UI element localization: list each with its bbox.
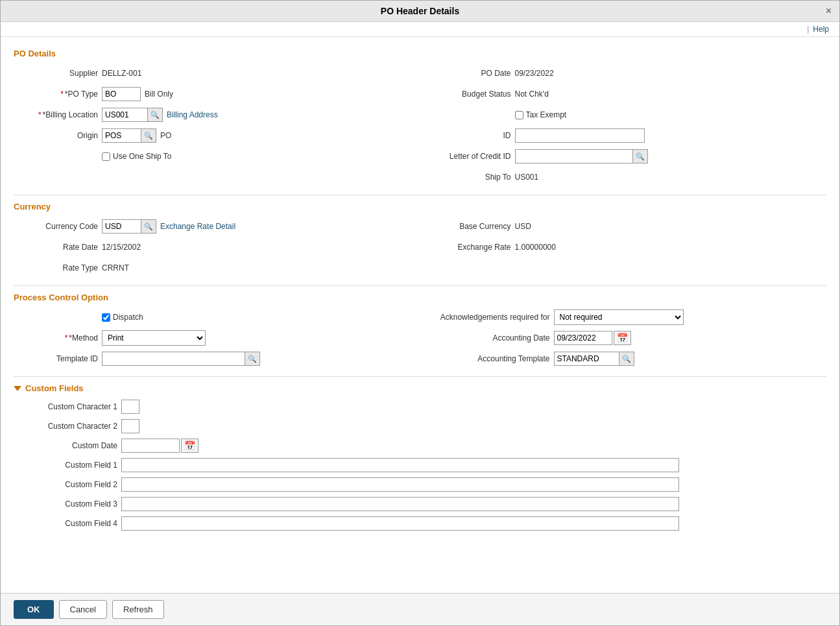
rate-date-value: 12/15/2002 — [102, 243, 141, 252]
id-input[interactable] — [515, 128, 645, 143]
ok-button[interactable]: OK — [14, 600, 54, 619]
cancel-button[interactable]: Cancel — [59, 600, 107, 619]
help-separator-icon: | — [807, 25, 809, 34]
currency-code-search-button[interactable]: 🔍 — [141, 219, 156, 234]
origin-group: 🔍 — [102, 128, 156, 143]
custom-field2-label: Custom Field 2 — [14, 480, 117, 489]
rate-type-value: CRRNT — [102, 263, 129, 272]
custom-date-calendar-button[interactable]: 📅 — [181, 439, 198, 453]
use-one-ship-checkbox[interactable] — [102, 152, 110, 161]
budget-status-value: Not Chk'd — [515, 90, 549, 99]
billing-address-link[interactable]: Billing Address — [167, 110, 218, 119]
custom-field4-input[interactable] — [121, 516, 679, 531]
custom-field2-input[interactable] — [121, 477, 679, 492]
custom-field2-row: Custom Field 2 — [14, 477, 826, 492]
custom-fields-section: Custom Fields Custom Character 1 Custom … — [14, 383, 826, 531]
template-id-row: Template ID 🔍 — [14, 350, 414, 367]
custom-field3-row: Custom Field 3 — [14, 497, 826, 511]
rate-type-row: Rate Type CRRNT — [14, 259, 414, 276]
process-control-left: Dispatch *Method Print Email Fax Templat… — [14, 309, 414, 367]
po-date-value: 09/23/2022 — [515, 69, 554, 78]
origin-input[interactable] — [102, 128, 141, 143]
currency-code-input[interactable] — [102, 219, 141, 234]
supplier-value: DELLZ-001 — [102, 69, 141, 78]
currency-grid: Currency Code 🔍 Exchange Rate Detail Rat… — [14, 218, 826, 276]
custom-field1-label: Custom Field 1 — [14, 461, 117, 470]
title-bar: PO Header Details × — [1, 1, 839, 22]
rate-date-label: Rate Date — [14, 243, 98, 252]
template-id-input[interactable] — [102, 352, 245, 366]
dispatch-checkbox[interactable] — [102, 313, 110, 322]
divider-1 — [14, 195, 826, 195]
currency-section: Currency Currency Code 🔍 Exchange Rate D… — [14, 202, 826, 276]
letter-credit-row: Letter of Credit ID 🔍 — [427, 148, 827, 165]
po-date-row: PO Date 09/23/2022 — [427, 65, 827, 82]
po-type-input[interactable]: BO — [102, 87, 141, 101]
currency-code-row: Currency Code 🔍 Exchange Rate Detail — [14, 218, 414, 235]
po-details-grid: Supplier DELLZ-001 *PO Type BO Bill Only… — [14, 65, 826, 186]
help-link[interactable]: Help — [813, 25, 829, 34]
custom-char1-input[interactable] — [121, 400, 139, 414]
origin-search-button[interactable]: 🔍 — [141, 128, 156, 143]
custom-date-group: 📅 — [121, 439, 198, 453]
custom-field1-input[interactable] — [121, 458, 679, 472]
currency-code-label: Currency Code — [14, 222, 98, 231]
footer: OK Cancel Refresh — [1, 593, 839, 625]
process-control-right: Acknowledgements required for Not requir… — [427, 309, 827, 367]
main-window: PO Header Details × | Help PO Details Su… — [0, 0, 840, 626]
custom-char1-label: Custom Character 1 — [14, 402, 117, 411]
help-bar: | Help — [1, 22, 839, 37]
base-currency-row: Base Currency USD — [427, 218, 827, 235]
exchange-rate-link[interactable]: Exchange Rate Detail — [160, 222, 235, 231]
origin-row: Origin 🔍 PO — [14, 127, 414, 144]
po-details-section: PO Details Supplier DELLZ-001 *PO Type B… — [14, 49, 826, 186]
billing-location-row: *Billing Location 🔍 Billing Address — [14, 106, 414, 123]
accounting-template-input[interactable] — [554, 352, 619, 366]
custom-char2-row: Custom Character 2 — [14, 419, 826, 433]
po-type-row: *PO Type BO Bill Only — [14, 86, 414, 102]
letter-credit-input[interactable] — [516, 150, 632, 163]
po-type-label: *PO Type — [14, 90, 98, 99]
custom-char2-input[interactable] — [121, 419, 139, 433]
custom-field3-label: Custom Field 3 — [14, 500, 117, 509]
custom-date-input[interactable] — [121, 439, 180, 453]
rate-date-row: Rate Date 12/15/2002 — [14, 239, 414, 256]
budget-status-row: Budget Status Not Chk'd — [427, 86, 827, 102]
custom-field3-input[interactable] — [121, 497, 679, 511]
tax-exempt-checkbox[interactable] — [515, 111, 523, 119]
accounting-date-calendar-button[interactable]: 📅 — [614, 331, 631, 345]
accounting-template-search-button[interactable]: 🔍 — [619, 352, 634, 366]
currency-title: Currency — [14, 202, 826, 211]
refresh-button[interactable]: Refresh — [112, 600, 164, 619]
exchange-rate-row: Exchange Rate 1.00000000 — [427, 239, 827, 256]
base-currency-label: Base Currency — [427, 222, 511, 231]
acknowledgements-select[interactable]: Not required All Amendments only — [554, 309, 684, 325]
custom-fields-header[interactable]: Custom Fields — [14, 383, 826, 393]
billing-location-label: *Billing Location — [14, 110, 98, 119]
supplier-label: Supplier — [14, 69, 98, 78]
origin-text: PO — [160, 131, 171, 140]
dispatch-group: Dispatch — [102, 313, 143, 322]
dispatch-row: Dispatch — [14, 309, 414, 326]
custom-field4-label: Custom Field 4 — [14, 519, 117, 528]
use-one-ship-label: Use One Ship To — [113, 152, 172, 161]
billing-location-input[interactable] — [102, 108, 147, 122]
accounting-template-group: 🔍 — [554, 352, 634, 366]
billing-location-search-button[interactable]: 🔍 — [147, 108, 163, 122]
letter-credit-group: 🔍 — [515, 149, 648, 163]
tax-exempt-label: Tax Exempt — [526, 110, 567, 119]
method-select[interactable]: Print Email Fax — [102, 330, 206, 346]
form-content: PO Details Supplier DELLZ-001 *PO Type B… — [1, 37, 839, 593]
accounting-date-input[interactable] — [554, 331, 612, 345]
window-title: PO Header Details — [381, 6, 459, 16]
custom-fields-collapse-icon — [14, 386, 21, 391]
po-details-title: PO Details — [14, 49, 826, 58]
close-button[interactable]: × — [826, 5, 832, 17]
letter-credit-search-button[interactable]: 🔍 — [632, 150, 647, 163]
method-row: *Method Print Email Fax — [14, 330, 414, 346]
accounting-date-label: Accounting Date — [427, 333, 550, 343]
template-id-search-button[interactable]: 🔍 — [245, 352, 260, 366]
template-id-group: 🔍 — [102, 352, 260, 366]
id-row: ID — [427, 127, 827, 144]
custom-char2-label: Custom Character 2 — [14, 422, 117, 431]
